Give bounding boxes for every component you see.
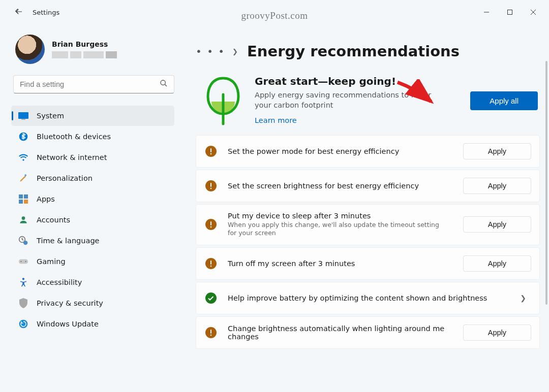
svg-rect-12: [24, 194, 28, 199]
sidebar-item-time-language[interactable]: Time & language: [11, 231, 174, 251]
recommendation-card: Set the power mode for best energy effic…: [196, 135, 540, 168]
update-icon: [18, 319, 28, 329]
page-title: Energy recommendations: [247, 43, 460, 60]
hero-banner: Great start—keep going! Apply energy sav…: [196, 68, 540, 135]
apply-button[interactable]: Apply: [463, 324, 531, 341]
sidebar-item-update[interactable]: Windows Update: [11, 314, 174, 334]
search-input[interactable]: [20, 80, 160, 88]
svg-rect-8: [21, 119, 25, 120]
apps-icon: [18, 194, 28, 204]
svg-point-22: [19, 320, 28, 329]
sidebar-item-accounts[interactable]: Accounts: [11, 210, 174, 230]
card-body: Change brightness automatically when lig…: [228, 324, 452, 341]
apply-button[interactable]: Apply: [463, 178, 531, 194]
apply-button[interactable]: Apply: [463, 216, 531, 233]
alert-icon: [205, 327, 217, 338]
svg-point-39: [210, 334, 212, 336]
svg-point-4: [161, 80, 165, 85]
card-label: Set the screen brightness for best energ…: [228, 182, 452, 190]
app-title: Settings: [33, 9, 59, 16]
card-body: Set the power mode for best energy effic…: [228, 147, 452, 155]
recommendation-card[interactable]: Help improve battery by optimizing the c…: [196, 282, 540, 314]
sidebar-item-label: Apps: [37, 195, 55, 203]
apply-button[interactable]: Apply: [463, 143, 531, 159]
apply-all-button[interactable]: Apply all: [470, 91, 538, 110]
sidebar-item-label: Personalization: [37, 174, 93, 182]
search-icon: [160, 79, 168, 89]
recommendation-card: Put my device to sleep after 3 minutesWh…: [196, 204, 540, 245]
shield-icon: [18, 298, 28, 308]
svg-rect-11: [19, 194, 23, 199]
gaming-icon: [18, 256, 28, 267]
sidebar-item-label: Bluetooth & devices: [37, 133, 111, 141]
card-label: Turn off my screen after 3 minutes: [228, 259, 452, 268]
sidebar-item-label: Windows Update: [37, 320, 99, 328]
accessibility-icon: [18, 277, 28, 287]
close-button[interactable]: [522, 4, 545, 20]
recommendation-card: Turn off my screen after 3 minutesApply: [196, 247, 540, 280]
brush-icon: [18, 173, 28, 183]
leaf-icon: [204, 75, 242, 126]
maximize-button[interactable]: [498, 4, 522, 20]
sidebar-item-network[interactable]: Network & internet: [11, 147, 174, 168]
svg-point-35: [210, 265, 212, 267]
sidebar-item-personalization[interactable]: Personalization: [11, 168, 174, 188]
recommendation-card: Change brightness automatically when lig…: [196, 316, 540, 349]
card-body: Set the screen brightness for best energ…: [228, 182, 452, 190]
svg-point-36: [205, 292, 217, 304]
back-button[interactable]: [12, 7, 26, 18]
apply-button[interactable]: Apply: [463, 255, 531, 272]
svg-line-5: [165, 84, 167, 86]
svg-rect-38: [210, 330, 211, 334]
svg-rect-14: [24, 200, 28, 204]
sidebar-item-system[interactable]: System: [11, 106, 174, 126]
search-box[interactable]: [13, 75, 174, 93]
alert-icon: [205, 180, 217, 191]
sidebar-item-label: Network & internet: [37, 153, 107, 161]
recommendations-list: Set the power mode for best energy effic…: [196, 135, 540, 349]
hero-title: Great start—keep going!: [255, 75, 448, 87]
card-body: Help improve battery by optimizing the c…: [228, 294, 504, 302]
sidebar-item-bluetooth[interactable]: Bluetooth & devices: [11, 126, 174, 147]
svg-rect-25: [210, 148, 211, 152]
main-content: • • • ❯ Energy recommendations Great sta…: [180, 24, 549, 392]
alert-icon: [205, 258, 217, 269]
svg-rect-1: [508, 10, 512, 15]
sidebar-item-label: Privacy & security: [37, 299, 103, 307]
sidebar-item-label: Time & language: [37, 237, 100, 245]
profile-email-redacted: [52, 51, 117, 58]
wifi-icon: [18, 152, 28, 162]
sidebar-item-gaming[interactable]: Gaming: [11, 251, 174, 272]
card-label: Set the power mode for best energy effic…: [228, 147, 452, 155]
avatar: [15, 35, 45, 64]
sidebar-item-label: Gaming: [37, 257, 66, 266]
card-label: Help improve battery by optimizing the c…: [228, 294, 504, 302]
svg-rect-34: [210, 260, 211, 265]
check-icon: [205, 292, 217, 304]
breadcrumb: • • • ❯ Energy recommendations: [196, 43, 540, 60]
svg-rect-6: [18, 112, 28, 119]
clock-globe-icon: [18, 236, 28, 246]
alert-icon: [205, 219, 217, 230]
breadcrumb-overflow[interactable]: • • •: [196, 45, 225, 57]
profile[interactable]: Brian Burgess: [11, 35, 177, 64]
bluetooth-icon: [18, 132, 28, 142]
hero-subtitle: Apply energy saving recommendations to l…: [255, 90, 448, 110]
svg-rect-28: [210, 183, 211, 187]
svg-point-21: [22, 278, 24, 280]
svg-point-15: [22, 216, 25, 220]
minimize-button[interactable]: [475, 4, 498, 20]
nav-list: System Bluetooth & devices Network & int…: [11, 106, 177, 334]
system-icon: [18, 111, 28, 121]
svg-rect-18: [19, 259, 28, 264]
chevron-right-icon: ❯: [232, 48, 238, 55]
sidebar-item-label: Accessibility: [37, 278, 82, 286]
svg-point-20: [25, 261, 26, 262]
sidebar-item-accessibility[interactable]: Accessibility: [11, 272, 174, 292]
scrollbar-thumb[interactable]: [545, 61, 547, 305]
sidebar-item-privacy[interactable]: Privacy & security: [11, 293, 174, 313]
sidebar-item-apps[interactable]: Apps: [11, 189, 174, 209]
chevron-right-icon[interactable]: ❯: [515, 294, 531, 302]
card-sublabel: When you apply this change, we'll also u…: [228, 221, 446, 238]
learn-more-link[interactable]: Learn more: [255, 116, 297, 124]
